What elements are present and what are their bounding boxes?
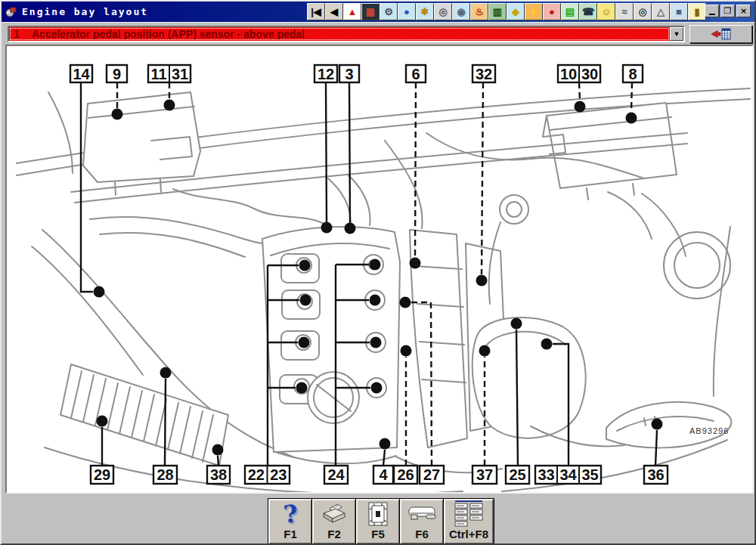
print-f2-button[interactable]: F2	[312, 499, 356, 544]
goto-component-button[interactable]	[689, 25, 752, 43]
leader-line-12	[326, 82, 327, 222]
print-icon	[319, 501, 349, 527]
plotter-icon	[406, 503, 438, 525]
callout-label-37: 37	[476, 466, 493, 483]
adjustments-icon[interactable]: ☎	[579, 3, 597, 20]
component-dot-32	[476, 275, 488, 286]
leader-line-8	[631, 82, 632, 112]
warning-lamps-icon[interactable]: ●	[543, 3, 561, 20]
callout-label-3: 3	[345, 66, 353, 82]
component-dot-14	[94, 286, 105, 298]
component-dot-38	[212, 444, 224, 456]
timing-belt-icon[interactable]: ✱	[416, 3, 434, 20]
engine-bay-diagram: AB93296 14911311236321030829283822232442…	[7, 46, 752, 492]
manual-icon[interactable]: ▦	[361, 3, 380, 20]
component-dot-29	[97, 416, 108, 427]
component-dot-22-23	[300, 295, 311, 306]
component-dot-24	[370, 337, 382, 348]
component-dot-24	[371, 382, 383, 394]
component-index: 1	[14, 28, 32, 40]
component-dot-6	[410, 258, 421, 269]
component-dot-11-31	[164, 100, 175, 111]
callout-label-25: 25	[509, 466, 525, 483]
minimize-button[interactable]	[705, 5, 719, 17]
window-title: Engine bay layout	[22, 6, 148, 17]
callout-label-24: 24	[327, 466, 345, 483]
component-dot-9	[112, 109, 123, 120]
selected-component[interactable]: 1 Accelerator pedal position (APP) senso…	[9, 27, 670, 41]
component-dot-26	[401, 345, 412, 357]
suspension-icon[interactable]: ⚙	[380, 3, 398, 20]
exhaust-icon[interactable]: ♨	[470, 3, 488, 20]
app-icon	[5, 6, 17, 18]
driver-info-icon[interactable]: ☺	[597, 3, 615, 20]
ignition-icon[interactable]: ⚡	[525, 3, 543, 20]
figure-code: AB93296	[689, 426, 729, 435]
callout-label-10: 10	[560, 66, 577, 82]
callout-label-30: 30	[581, 66, 598, 82]
leader-line-32	[482, 82, 483, 274]
engine-icon[interactable]: ●	[398, 3, 416, 20]
callout-label-38: 38	[210, 466, 227, 483]
callout-label-29: 29	[94, 466, 110, 483]
component-dot-25	[511, 318, 522, 330]
wiring-diagram-icon[interactable]: ≈	[615, 3, 634, 20]
callout-label-26: 26	[397, 466, 414, 483]
combobox-dropdown-button[interactable]: ▼	[670, 27, 683, 41]
close-button[interactable]: ×	[736, 5, 751, 17]
callout-label-22: 22	[248, 466, 265, 483]
callout-label-36: 36	[647, 466, 664, 483]
callout-label-34: 34	[559, 466, 577, 483]
diagram-f5-button[interactable]: F5	[356, 499, 400, 544]
component-selector-row: 1 Accelerator pedal position (APP) senso…	[2, 22, 754, 44]
callout-label-32: 32	[476, 66, 492, 82]
vehicle-data-icon[interactable]: ■	[670, 3, 688, 20]
print-preview-icon[interactable]: ▤	[561, 3, 579, 20]
component-dot-28	[160, 367, 172, 379]
nav-back-icon[interactable]: ◀	[325, 3, 343, 20]
help-f1-button[interactable]: ? F1	[268, 499, 312, 544]
plotter-f6-button[interactable]: F6	[400, 499, 444, 544]
callout-label-14: 14	[73, 66, 90, 82]
goto-component-icon	[710, 27, 733, 41]
callout-label-31: 31	[172, 66, 188, 82]
component-dot-12	[321, 222, 333, 234]
lift-icon[interactable]: ▥	[488, 3, 507, 20]
titlebar: Engine bay layout |◀◀▲▦⚙●✱◎◉♨▥◆⚡●▤☎☺≈◎△■…	[2, 2, 754, 22]
component-label: Accelerator pedal position (APP) sensor …	[32, 28, 305, 40]
engine-line-art	[17, 88, 750, 492]
component-combobox[interactable]: 1 Accelerator pedal position (APP) senso…	[8, 26, 685, 42]
menu-list-icon	[452, 499, 485, 528]
callout-label-4: 4	[379, 466, 388, 483]
help-icon: ?	[282, 501, 299, 527]
callout-label-9: 9	[113, 66, 121, 82]
component-dot-37	[479, 345, 491, 357]
leader-line-3	[349, 82, 350, 223]
component-dot-22-23	[299, 260, 311, 271]
component-dot-4	[380, 438, 391, 450]
callout-label-8: 8	[628, 66, 637, 82]
component-dot-10-30	[575, 101, 586, 113]
component-dot-33-34-35	[541, 339, 553, 350]
callout-label-11: 11	[150, 66, 166, 82]
key-icon[interactable]: ▮	[688, 3, 706, 20]
component-dot-22-23	[296, 382, 308, 394]
window-controls: ❐ ×	[705, 5, 751, 17]
tyres-icon[interactable]: ◎	[634, 3, 652, 20]
function-key-toolbar: ? F1 F2	[268, 498, 494, 545]
warning-triangle-icon[interactable]: ▲	[343, 3, 361, 20]
component-dot-8	[626, 113, 637, 124]
recovery-truck-icon[interactable]: ◆	[507, 3, 525, 20]
component-dot-36	[652, 419, 663, 430]
nav-first-icon[interactable]: |◀	[307, 3, 325, 20]
brakes-icon[interactable]: ◉	[452, 3, 470, 20]
leader-line-28	[165, 379, 166, 466]
callout-label-6: 6	[411, 66, 420, 82]
restore-button[interactable]: ❐	[720, 5, 735, 17]
hazard-icon[interactable]: △	[652, 3, 670, 20]
wheel-icon[interactable]: ◎	[434, 3, 452, 20]
component-dot-27	[400, 297, 411, 308]
callout-label-27: 27	[423, 466, 440, 483]
leader-line-38	[218, 456, 218, 466]
menu-ctrlf8-button[interactable]: Ctrl+F8	[444, 499, 494, 544]
